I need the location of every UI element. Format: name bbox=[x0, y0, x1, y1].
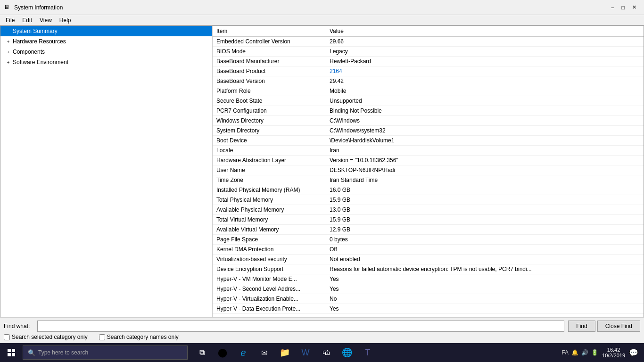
table-row: BaseBoard ManufacturerHewlett-Packard bbox=[213, 57, 644, 66]
find-label: Find what: bbox=[4, 323, 34, 329]
taskbar-time-display: 16:42 bbox=[602, 347, 625, 353]
cell-item: Locale bbox=[213, 146, 326, 156]
cell-item: Kernel DMA Protection bbox=[213, 245, 326, 255]
cell-item: System Directory bbox=[213, 126, 326, 136]
maximize-button[interactable]: □ bbox=[618, 0, 628, 15]
menu-view[interactable]: View bbox=[36, 16, 56, 25]
taskbar-search-box[interactable]: 🔍 Type here to search bbox=[23, 346, 188, 360]
taskbar-right: FA 🔔 🔊 🔋 16:42 10/2/2019 💬 bbox=[561, 347, 642, 358]
tree-item-hardware-resources[interactable]: ＋ Hardware Resources bbox=[0, 36, 212, 47]
cell-item: User Name bbox=[213, 165, 326, 175]
value-link[interactable]: 2164 bbox=[330, 68, 342, 74]
find-input[interactable] bbox=[37, 321, 564, 332]
table-row: Device Encryption SupportReasons for fai… bbox=[213, 264, 644, 274]
taskbar-app-store[interactable]: 🛍 bbox=[316, 343, 337, 362]
table-row: Total Virtual Memory15.9 GB bbox=[213, 215, 644, 225]
taskbar-app-word[interactable]: W bbox=[295, 343, 316, 362]
cell-item: Secure Boot State bbox=[213, 96, 326, 106]
cell-value: Yes bbox=[326, 274, 644, 284]
menu-edit[interactable]: Edit bbox=[18, 16, 36, 25]
cell-value: 16.0 GB bbox=[326, 185, 644, 195]
cell-value: Iran bbox=[326, 146, 644, 156]
search-selected-label[interactable]: Search selected category only bbox=[4, 334, 88, 340]
find-button[interactable]: Find bbox=[568, 321, 595, 332]
svg-rect-3 bbox=[12, 353, 15, 356]
notification-icon[interactable]: 💬 bbox=[629, 348, 638, 357]
cell-value: C:\Windows bbox=[326, 116, 644, 126]
taskbar-app-cortana[interactable]: ⬤ bbox=[212, 343, 233, 362]
menu-bar: File Edit View Help bbox=[0, 15, 644, 25]
menu-file[interactable]: File bbox=[2, 16, 18, 25]
cell-item: Hyper-V - Virtualization Enable... bbox=[213, 294, 326, 304]
svg-rect-2 bbox=[8, 353, 11, 356]
taskbar-date-display: 10/2/2019 bbox=[602, 353, 625, 358]
table-row: Secure Boot StateUnsupported bbox=[213, 96, 644, 106]
table-row: Virtualization-based securityNot enabled bbox=[213, 255, 644, 264]
tree-item-software-environment[interactable]: ＋ Software Environment bbox=[0, 57, 212, 67]
table-row: Available Physical Memory13.0 GB bbox=[213, 205, 644, 215]
cell-value: Yes bbox=[326, 304, 644, 314]
app-container: System Summary ＋ Hardware Resources ＋ Co… bbox=[0, 25, 644, 343]
close-button[interactable]: ✕ bbox=[628, 0, 640, 15]
table-row: PCR7 ConfigurationBinding Not Possible bbox=[213, 106, 644, 116]
taskbar-app-explorer[interactable]: 📁 bbox=[274, 343, 295, 362]
start-button[interactable] bbox=[2, 343, 21, 362]
cell-value: Off bbox=[326, 245, 644, 255]
tree-item-system-summary[interactable]: System Summary bbox=[0, 26, 212, 36]
table-row: Platform RoleMobile bbox=[213, 86, 644, 96]
table-row: Page File Space0 bytes bbox=[213, 235, 644, 245]
cell-item: Virtualization-based security bbox=[213, 255, 326, 264]
tree-panel: System Summary ＋ Hardware Resources ＋ Co… bbox=[0, 26, 213, 317]
cell-value: Yes bbox=[326, 284, 644, 294]
cell-item: Page File Space bbox=[213, 235, 326, 245]
battery-icon: 🔋 bbox=[591, 349, 598, 356]
volume-icon: 🔊 bbox=[581, 349, 588, 356]
cell-value: 29.42 bbox=[326, 76, 644, 86]
table-row: System DirectoryC:\Windows\system32 bbox=[213, 126, 644, 136]
cell-value: DESKTOP-N6JIRNP\Hadi bbox=[326, 165, 644, 175]
cell-item: PCR7 Configuration bbox=[213, 106, 326, 116]
search-selected-checkbox[interactable] bbox=[4, 334, 10, 340]
cell-value: Unsupported bbox=[326, 96, 644, 106]
taskbar-app-teams[interactable]: T bbox=[357, 343, 378, 362]
table-row: BaseBoard Version29.42 bbox=[213, 76, 644, 86]
table-row: LocaleIran bbox=[213, 146, 644, 156]
cell-value: Binding Not Possible bbox=[326, 106, 644, 116]
close-find-button[interactable]: Close Find bbox=[597, 321, 640, 332]
table-row: BIOS ModeLegacy bbox=[213, 47, 644, 57]
taskbar-app-chrome[interactable]: 🌐 bbox=[337, 343, 357, 362]
task-view-button[interactable]: ⧉ bbox=[191, 343, 212, 362]
table-row: Hyper-V - Data Execution Prote...Yes bbox=[213, 304, 644, 314]
cell-item: BIOS Mode bbox=[213, 47, 326, 57]
minimize-button[interactable]: − bbox=[607, 0, 618, 15]
table-row: Hyper-V - VM Monitor Mode E...Yes bbox=[213, 274, 644, 284]
table-row: Total Physical Memory15.9 GB bbox=[213, 195, 644, 205]
search-category-names-label[interactable]: Search category names only bbox=[99, 334, 179, 340]
cell-item: Installed Physical Memory (RAM) bbox=[213, 185, 326, 195]
cell-value: 13.0 GB bbox=[326, 205, 644, 215]
tree-item-components[interactable]: ＋ Components bbox=[0, 47, 212, 57]
taskbar-apps: ⧉ ⬤ ℯ ✉ 📁 W 🛍 🌐 T bbox=[191, 343, 378, 362]
cell-value: 15.9 GB bbox=[326, 215, 644, 225]
cell-item: Hardware Abstraction Layer bbox=[213, 156, 326, 165]
cell-item: BaseBoard Product bbox=[213, 66, 326, 76]
lang-indicator: FA bbox=[561, 349, 569, 356]
search-icon: 🔍 bbox=[28, 349, 35, 356]
cell-value: 15.9 GB bbox=[326, 195, 644, 205]
taskbar-app-mail[interactable]: ✉ bbox=[254, 343, 274, 362]
cell-item: Hyper-V - Data Execution Prote... bbox=[213, 304, 326, 314]
network-icon: 🔔 bbox=[571, 349, 578, 356]
search-placeholder: Type here to search bbox=[38, 349, 88, 356]
search-category-names-checkbox[interactable] bbox=[99, 334, 105, 340]
cell-value: Legacy bbox=[326, 47, 644, 57]
cell-value: Version = "10.0.18362.356" bbox=[326, 156, 644, 165]
taskbar-app-edge[interactable]: ℯ bbox=[233, 343, 254, 362]
cell-item: Hyper-V - Second Level Addres... bbox=[213, 284, 326, 294]
cell-item: BaseBoard Version bbox=[213, 76, 326, 86]
menu-help[interactable]: Help bbox=[56, 16, 75, 25]
table-row: Hyper-V - Second Level Addres...Yes bbox=[213, 284, 644, 294]
tree-expand-hardware-icon: ＋ bbox=[4, 38, 12, 45]
cell-value: \Device\HarddiskVolume1 bbox=[326, 136, 644, 146]
taskbar-clock[interactable]: 16:42 10/2/2019 bbox=[602, 347, 625, 358]
tree-expand-software-icon: ＋ bbox=[4, 58, 12, 66]
